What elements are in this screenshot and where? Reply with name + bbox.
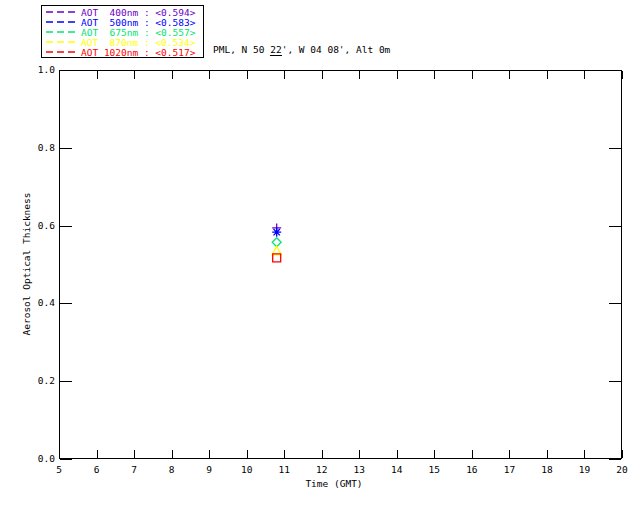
y-tick-label: 0.6 <box>29 220 55 231</box>
x-tick-label: 14 <box>385 464 409 475</box>
x-axis-title: Time (GMT) <box>274 478 394 489</box>
x-tick-label: 18 <box>535 464 559 475</box>
x-tick-label: 6 <box>85 464 109 475</box>
marker-aot-500nm <box>272 228 281 237</box>
x-tick-label: 12 <box>310 464 334 475</box>
x-tick-label: 7 <box>122 464 146 475</box>
x-tick-label: 10 <box>235 464 259 475</box>
x-tick-label: 19 <box>572 464 596 475</box>
y-tick-label: 0.0 <box>29 453 55 464</box>
y-tick-label: 0.4 <box>29 297 55 308</box>
aot-plot-screenshot: AOT 400nm : <0.594> AOT 500nm : <0.583> … <box>0 0 640 512</box>
y-tick-label: 1.0 <box>29 64 55 75</box>
y-tick-label: 0.2 <box>29 375 55 386</box>
x-tick-label: 5 <box>47 464 71 475</box>
y-axis-title: Aerosol Optical Thickness <box>21 193 32 336</box>
x-tick-label: 11 <box>272 464 296 475</box>
x-tick-label: 13 <box>347 464 371 475</box>
x-tick-label: 17 <box>497 464 521 475</box>
chart-canvas <box>0 0 640 512</box>
x-tick-label: 8 <box>160 464 184 475</box>
x-tick-label: 15 <box>422 464 446 475</box>
y-tick-label: 0.8 <box>29 142 55 153</box>
x-tick-label: 9 <box>197 464 221 475</box>
x-tick-label: 20 <box>610 464 634 475</box>
x-tick-label: 16 <box>460 464 484 475</box>
